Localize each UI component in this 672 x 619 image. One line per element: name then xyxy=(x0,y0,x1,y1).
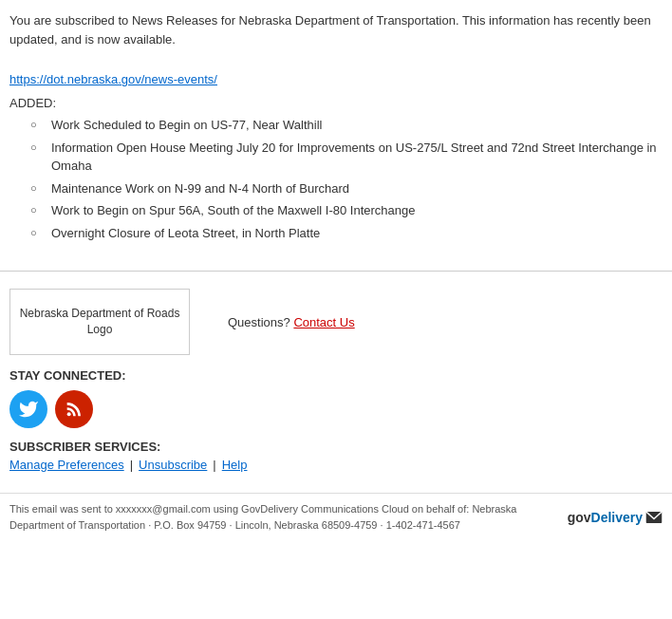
svg-point-0 xyxy=(67,412,71,416)
news-items-list: Work Scheduled to Begin on US-77, Near W… xyxy=(9,116,663,242)
separator-2: | xyxy=(213,458,215,472)
separator-1: | xyxy=(130,458,133,472)
subscriber-label: SUBSCRIBER SERVICES: xyxy=(9,440,663,454)
questions-area: Questions? Contact Us xyxy=(228,315,355,329)
envelope-icon xyxy=(645,511,663,524)
contact-link[interactable]: Contact Us xyxy=(293,315,354,329)
delivery-text: Delivery xyxy=(591,510,643,525)
stay-connected-section: STAY CONNECTED: xyxy=(9,368,663,428)
govdelivery-logo: govDelivery xyxy=(568,510,663,525)
subscriber-services-section: SUBSCRIBER SERVICES: Manage Preferences … xyxy=(9,440,663,472)
footer-section: Nebraska Department of Roads Logo Questi… xyxy=(0,281,672,489)
logo-image: Nebraska Department of Roads Logo xyxy=(16,306,183,338)
added-label: ADDED: xyxy=(9,96,663,110)
footer-divider xyxy=(0,271,672,272)
twitter-icon[interactable] xyxy=(9,390,47,428)
logo-box: Nebraska Department of Roads Logo xyxy=(9,289,190,355)
rss-icon[interactable] xyxy=(55,390,93,428)
subscriber-links-row: Manage Preferences | Unsubscribe | Help xyxy=(9,458,663,472)
social-icons-row xyxy=(9,390,663,428)
news-link[interactable]: https://dot.nebraska.gov/news-events/ xyxy=(9,72,217,86)
list-item: Information Open House Meeting July 20 f… xyxy=(38,139,663,176)
intro-text: You are subscribed to News Releases for … xyxy=(9,11,663,48)
footer-logo-row: Nebraska Department of Roads Logo Questi… xyxy=(9,289,663,355)
unsubscribe-link[interactable]: Unsubscribe xyxy=(139,458,207,472)
list-item: Work to Begin on Spur 56A, South of the … xyxy=(38,201,663,220)
help-link[interactable]: Help xyxy=(222,458,248,472)
questions-text: Questions? xyxy=(228,315,290,329)
manage-preferences-link[interactable]: Manage Preferences xyxy=(9,458,124,472)
list-item: Work Scheduled to Begin on US-77, Near W… xyxy=(38,116,663,135)
stay-connected-label: STAY CONNECTED: xyxy=(9,368,663,383)
gov-text: gov xyxy=(568,510,591,525)
list-item: Maintenance Work on N-99 and N-4 North o… xyxy=(38,179,663,198)
bottom-text: This email was sent to xxxxxxx@gmail.com… xyxy=(9,501,541,533)
bottom-bar: This email was sent to xxxxxxx@gmail.com… xyxy=(0,493,672,540)
list-item: Overnight Closure of Leota Street, in No… xyxy=(38,224,663,243)
